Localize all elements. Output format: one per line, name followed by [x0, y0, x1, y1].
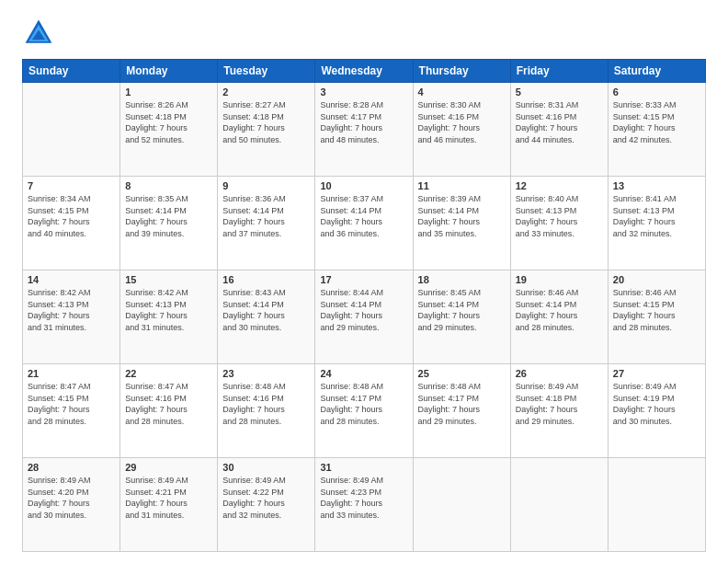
- calendar-cell: 2Sunrise: 8:27 AM Sunset: 4:18 PM Daylig…: [218, 83, 315, 177]
- calendar-cell: 20Sunrise: 8:46 AM Sunset: 4:15 PM Dayli…: [608, 270, 705, 364]
- day-detail: Sunrise: 8:47 AM Sunset: 4:15 PM Dayligh…: [28, 381, 115, 427]
- day-detail: Sunrise: 8:47 AM Sunset: 4:16 PM Dayligh…: [125, 381, 212, 427]
- day-number: 26: [516, 368, 603, 379]
- day-detail: Sunrise: 8:49 AM Sunset: 4:20 PM Dayligh…: [28, 475, 115, 521]
- day-detail: Sunrise: 8:42 AM Sunset: 4:13 PM Dayligh…: [28, 287, 115, 333]
- calendar-cell: 19Sunrise: 8:46 AM Sunset: 4:14 PM Dayli…: [510, 270, 608, 364]
- calendar-cell: 12Sunrise: 8:40 AM Sunset: 4:13 PM Dayli…: [510, 177, 608, 270]
- day-number: 16: [222, 274, 310, 285]
- day-number: 31: [320, 462, 407, 473]
- calendar-cell: 27Sunrise: 8:49 AM Sunset: 4:19 PM Dayli…: [608, 364, 705, 458]
- calendar-header-sunday: Sunday: [23, 60, 120, 83]
- calendar-header-tuesday: Tuesday: [218, 60, 315, 83]
- day-number: 2: [222, 86, 310, 98]
- day-number: 18: [418, 274, 506, 285]
- day-detail: Sunrise: 8:39 AM Sunset: 4:14 PM Dayligh…: [418, 193, 506, 239]
- day-number: 14: [28, 274, 115, 285]
- calendar-cell: 13Sunrise: 8:41 AM Sunset: 4:13 PM Dayli…: [608, 177, 705, 270]
- day-number: 17: [320, 274, 407, 285]
- calendar-cell: 24Sunrise: 8:48 AM Sunset: 4:17 PM Dayli…: [315, 364, 413, 458]
- day-number: 12: [516, 180, 603, 191]
- calendar-header-monday: Monday: [120, 60, 218, 83]
- calendar-cell: 23Sunrise: 8:48 AM Sunset: 4:16 PM Dayli…: [218, 364, 315, 458]
- calendar-cell: 8Sunrise: 8:35 AM Sunset: 4:14 PM Daylig…: [120, 177, 218, 270]
- day-detail: Sunrise: 8:49 AM Sunset: 4:22 PM Dayligh…: [222, 475, 310, 521]
- calendar-cell: 29Sunrise: 8:49 AM Sunset: 4:21 PM Dayli…: [120, 458, 218, 552]
- calendar-cell: [23, 83, 120, 177]
- calendar-cell: 22Sunrise: 8:47 AM Sunset: 4:16 PM Dayli…: [120, 364, 218, 458]
- calendar-cell: 11Sunrise: 8:39 AM Sunset: 4:14 PM Dayli…: [413, 177, 510, 270]
- calendar-cell: [510, 458, 608, 552]
- day-detail: Sunrise: 8:33 AM Sunset: 4:15 PM Dayligh…: [613, 99, 700, 145]
- header: [22, 17, 706, 50]
- calendar-table: SundayMondayTuesdayWednesdayThursdayFrid…: [22, 59, 706, 552]
- calendar-cell: 1Sunrise: 8:26 AM Sunset: 4:18 PM Daylig…: [120, 83, 218, 177]
- day-number: 6: [613, 86, 700, 98]
- calendar-cell: 9Sunrise: 8:36 AM Sunset: 4:14 PM Daylig…: [218, 177, 315, 270]
- calendar-cell: 31Sunrise: 8:49 AM Sunset: 4:23 PM Dayli…: [315, 458, 413, 552]
- calendar-cell: 26Sunrise: 8:49 AM Sunset: 4:18 PM Dayli…: [510, 364, 608, 458]
- day-number: 27: [613, 368, 700, 379]
- day-number: 7: [28, 180, 115, 191]
- day-number: 15: [125, 274, 212, 285]
- day-detail: Sunrise: 8:49 AM Sunset: 4:21 PM Dayligh…: [125, 475, 212, 521]
- day-detail: Sunrise: 8:31 AM Sunset: 4:16 PM Dayligh…: [516, 99, 603, 145]
- day-detail: Sunrise: 8:37 AM Sunset: 4:14 PM Dayligh…: [320, 193, 407, 239]
- day-number: 5: [516, 86, 603, 98]
- day-number: 4: [418, 86, 506, 98]
- day-number: 29: [125, 462, 212, 473]
- calendar-cell: 21Sunrise: 8:47 AM Sunset: 4:15 PM Dayli…: [23, 364, 120, 458]
- day-number: 24: [320, 368, 407, 379]
- day-detail: Sunrise: 8:49 AM Sunset: 4:19 PM Dayligh…: [613, 381, 700, 427]
- calendar-header-thursday: Thursday: [413, 60, 510, 83]
- calendar-header-saturday: Saturday: [608, 60, 705, 83]
- calendar-week-3: 14Sunrise: 8:42 AM Sunset: 4:13 PM Dayli…: [23, 270, 706, 364]
- day-detail: Sunrise: 8:45 AM Sunset: 4:14 PM Dayligh…: [418, 287, 506, 333]
- day-number: 28: [28, 462, 115, 473]
- calendar-header-row: SundayMondayTuesdayWednesdayThursdayFrid…: [23, 60, 706, 83]
- day-number: 1: [125, 86, 212, 98]
- day-detail: Sunrise: 8:48 AM Sunset: 4:17 PM Dayligh…: [320, 381, 407, 427]
- day-number: 13: [613, 180, 700, 191]
- day-detail: Sunrise: 8:34 AM Sunset: 4:15 PM Dayligh…: [28, 193, 115, 239]
- calendar-cell: 18Sunrise: 8:45 AM Sunset: 4:14 PM Dayli…: [413, 270, 510, 364]
- day-detail: Sunrise: 8:36 AM Sunset: 4:14 PM Dayligh…: [222, 193, 310, 239]
- calendar-cell: 6Sunrise: 8:33 AM Sunset: 4:15 PM Daylig…: [608, 83, 705, 177]
- day-detail: Sunrise: 8:30 AM Sunset: 4:16 PM Dayligh…: [418, 99, 506, 145]
- day-detail: Sunrise: 8:48 AM Sunset: 4:17 PM Dayligh…: [418, 381, 506, 427]
- calendar-header-friday: Friday: [510, 60, 608, 83]
- day-number: 3: [320, 86, 407, 98]
- page: SundayMondayTuesdayWednesdayThursdayFrid…: [0, 0, 728, 563]
- calendar-cell: 25Sunrise: 8:48 AM Sunset: 4:17 PM Dayli…: [413, 364, 510, 458]
- logo-icon: [22, 17, 55, 50]
- day-number: 19: [516, 274, 603, 285]
- day-number: 8: [125, 180, 212, 191]
- day-detail: Sunrise: 8:41 AM Sunset: 4:13 PM Dayligh…: [613, 193, 700, 239]
- calendar-cell: 17Sunrise: 8:44 AM Sunset: 4:14 PM Dayli…: [315, 270, 413, 364]
- calendar-cell: 3Sunrise: 8:28 AM Sunset: 4:17 PM Daylig…: [315, 83, 413, 177]
- calendar-week-4: 21Sunrise: 8:47 AM Sunset: 4:15 PM Dayli…: [23, 364, 706, 458]
- day-number: 20: [613, 274, 700, 285]
- day-detail: Sunrise: 8:43 AM Sunset: 4:14 PM Dayligh…: [222, 287, 310, 333]
- day-number: 30: [222, 462, 310, 473]
- day-detail: Sunrise: 8:49 AM Sunset: 4:18 PM Dayligh…: [516, 381, 603, 427]
- day-detail: Sunrise: 8:26 AM Sunset: 4:18 PM Dayligh…: [125, 99, 212, 145]
- day-number: 11: [418, 180, 506, 191]
- day-number: 9: [222, 180, 310, 191]
- calendar-week-2: 7Sunrise: 8:34 AM Sunset: 4:15 PM Daylig…: [23, 177, 706, 270]
- logo: [22, 17, 59, 50]
- day-number: 10: [320, 180, 407, 191]
- calendar-cell: [413, 458, 510, 552]
- day-detail: Sunrise: 8:46 AM Sunset: 4:14 PM Dayligh…: [516, 287, 603, 333]
- day-detail: Sunrise: 8:48 AM Sunset: 4:16 PM Dayligh…: [222, 381, 310, 427]
- calendar-header-wednesday: Wednesday: [315, 60, 413, 83]
- day-number: 22: [125, 368, 212, 379]
- calendar-cell: 28Sunrise: 8:49 AM Sunset: 4:20 PM Dayli…: [23, 458, 120, 552]
- calendar-week-1: 1Sunrise: 8:26 AM Sunset: 4:18 PM Daylig…: [23, 83, 706, 177]
- day-detail: Sunrise: 8:49 AM Sunset: 4:23 PM Dayligh…: [320, 475, 407, 521]
- calendar-cell: 5Sunrise: 8:31 AM Sunset: 4:16 PM Daylig…: [510, 83, 608, 177]
- day-detail: Sunrise: 8:42 AM Sunset: 4:13 PM Dayligh…: [125, 287, 212, 333]
- calendar-cell: 30Sunrise: 8:49 AM Sunset: 4:22 PM Dayli…: [218, 458, 315, 552]
- day-detail: Sunrise: 8:28 AM Sunset: 4:17 PM Dayligh…: [320, 99, 407, 145]
- day-detail: Sunrise: 8:27 AM Sunset: 4:18 PM Dayligh…: [222, 99, 310, 145]
